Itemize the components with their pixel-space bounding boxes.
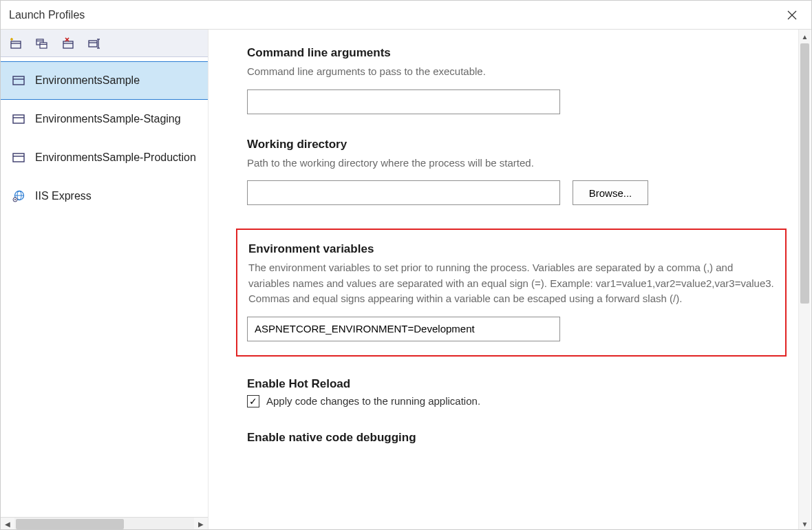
svg-rect-18 bbox=[13, 76, 24, 85]
checkbox-label: Apply code changes to the running applic… bbox=[266, 395, 480, 407]
section-enable-native-code-debugging: Enable native code debugging bbox=[247, 431, 784, 445]
section-working-directory: Working directory Path to the working di… bbox=[247, 138, 784, 206]
section-description: Path to the working directory where the … bbox=[247, 156, 784, 171]
sidebar-toolbar bbox=[1, 30, 208, 57]
hot-reload-checkbox[interactable] bbox=[247, 395, 259, 407]
section-title: Command line arguments bbox=[247, 46, 784, 60]
duplicate-profile-icon bbox=[35, 36, 49, 50]
scrollbar-thumb[interactable] bbox=[800, 43, 809, 304]
svg-rect-7 bbox=[40, 43, 47, 48]
new-profile-icon bbox=[9, 36, 23, 50]
svg-rect-13 bbox=[89, 41, 97, 47]
scrollbar-thumb[interactable] bbox=[16, 519, 124, 529]
section-description: The environment variables to set prior t… bbox=[248, 260, 776, 307]
section-title: Enable native code debugging bbox=[247, 431, 784, 445]
scroll-left-arrow-icon[interactable]: ◀ bbox=[1, 520, 14, 528]
titlebar: Launch Profiles bbox=[1, 1, 811, 30]
duplicate-profile-button[interactable] bbox=[34, 35, 50, 52]
profile-item-iis-express[interactable]: IIS Express bbox=[1, 177, 208, 215]
svg-rect-9 bbox=[63, 41, 73, 48]
svg-rect-20 bbox=[13, 115, 24, 123]
window-icon bbox=[12, 151, 25, 165]
sidebar: EnvironmentsSample EnvironmentsSample-St… bbox=[1, 30, 209, 530]
delete-profile-icon bbox=[61, 36, 75, 50]
working-directory-input[interactable] bbox=[247, 180, 560, 205]
profile-item-environments-sample[interactable]: EnvironmentsSample bbox=[1, 61, 208, 100]
new-profile-button[interactable] bbox=[8, 35, 24, 52]
section-enable-hot-reload: Enable Hot Reload Apply code changes to … bbox=[247, 377, 784, 407]
svg-point-4 bbox=[12, 39, 12, 39]
scrollbar-track[interactable] bbox=[14, 518, 194, 530]
profile-item-label: EnvironmentsSample bbox=[35, 74, 140, 87]
scrollbar-track[interactable] bbox=[799, 43, 811, 517]
profile-item-label: EnvironmentsSample-Production bbox=[35, 151, 196, 164]
environment-variables-input[interactable] bbox=[247, 317, 560, 341]
svg-rect-22 bbox=[13, 153, 24, 162]
rename-profile-button[interactable] bbox=[86, 35, 103, 52]
profile-list: EnvironmentsSample EnvironmentsSample-St… bbox=[1, 57, 208, 517]
scroll-down-arrow-icon[interactable]: ▼ bbox=[799, 517, 811, 530]
profile-item-environments-sample-staging[interactable]: EnvironmentsSample-Staging bbox=[1, 100, 208, 138]
window-icon bbox=[12, 74, 25, 87]
globe-icon bbox=[12, 189, 25, 203]
profile-item-environments-sample-production[interactable]: EnvironmentsSample-Production bbox=[1, 138, 208, 177]
section-title: Environment variables bbox=[248, 242, 776, 256]
scroll-up-arrow-icon[interactable]: ▲ bbox=[799, 30, 811, 43]
svg-rect-2 bbox=[11, 41, 21, 48]
close-icon bbox=[787, 10, 797, 20]
window-icon bbox=[12, 112, 25, 126]
browse-button[interactable]: Browse... bbox=[573, 180, 648, 205]
delete-profile-button[interactable] bbox=[60, 35, 76, 52]
scroll-right-arrow-icon[interactable]: ▶ bbox=[194, 520, 208, 528]
content-area: Command line arguments Command line argu… bbox=[209, 30, 811, 530]
section-title: Working directory bbox=[247, 138, 784, 151]
sidebar-horizontal-scrollbar[interactable]: ◀ ▶ bbox=[1, 517, 208, 530]
svg-point-28 bbox=[14, 199, 16, 200]
profile-item-label: IIS Express bbox=[35, 190, 92, 202]
section-command-line-arguments: Command line arguments Command line argu… bbox=[247, 46, 784, 114]
content-vertical-scrollbar[interactable]: ▲ ▼ bbox=[798, 30, 811, 530]
command-line-arguments-input[interactable] bbox=[247, 89, 560, 114]
section-title: Enable Hot Reload bbox=[247, 377, 784, 391]
window-title: Launch Profiles bbox=[9, 9, 85, 21]
profile-item-label: EnvironmentsSample-Staging bbox=[35, 113, 181, 125]
close-button[interactable] bbox=[781, 4, 803, 26]
section-description: Command line arguments to pass to the ex… bbox=[247, 64, 784, 80]
rename-profile-icon bbox=[87, 36, 101, 50]
section-environment-variables: Environment variables The environment va… bbox=[236, 229, 787, 357]
